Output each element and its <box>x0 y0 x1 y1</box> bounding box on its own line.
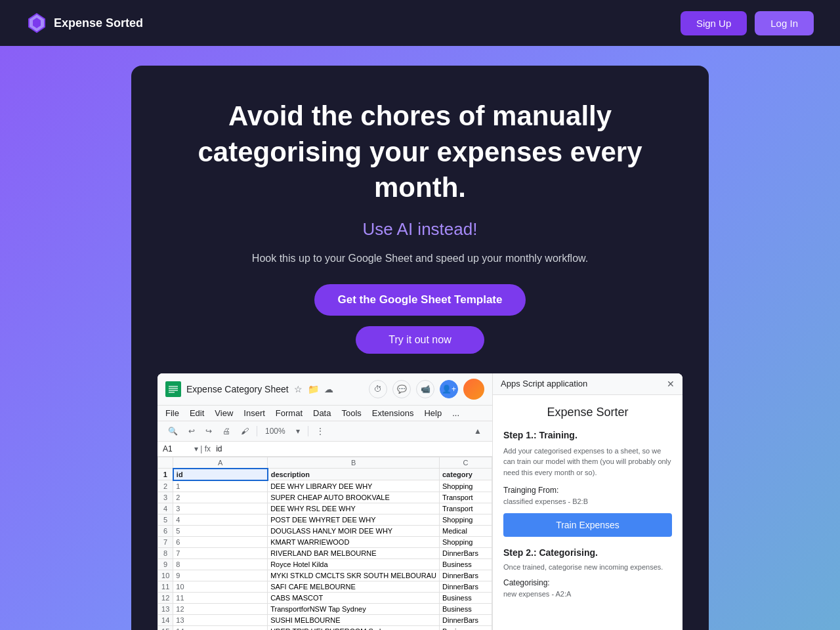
cell-id: 3 <box>173 503 268 514</box>
formula-content[interactable]: id <box>216 444 222 453</box>
history-icon[interactable]: ⏱ <box>369 380 387 398</box>
user-avatar[interactable] <box>463 379 484 400</box>
cell-category: DinnerBars <box>440 570 492 581</box>
menu-tools[interactable]: Tools <box>341 408 361 418</box>
svg-rect-6 <box>169 392 175 393</box>
close-panel-icon[interactable]: ✕ <box>667 379 675 389</box>
format-paint-icon[interactable]: 🖌 <box>238 425 251 437</box>
col-header-c[interactable]: C <box>440 457 492 469</box>
header-cell-category: category <box>440 469 492 480</box>
collapse-toolbar-icon[interactable]: ▲ <box>471 425 484 437</box>
cell-description: SUSHI MELBOURNE <box>268 614 440 625</box>
menu-more[interactable]: ... <box>452 408 459 418</box>
menu-format[interactable]: Format <box>276 408 303 418</box>
sheet-title: Expense Category Sheet <box>186 384 289 394</box>
sheet-title-row: Expense Category Sheet ☆ 📁 ☁ <box>165 381 333 397</box>
row-num-header <box>158 457 173 469</box>
cell-category: Shopping <box>440 480 492 492</box>
folder-icon[interactable]: 📁 <box>308 384 319 394</box>
star-icon[interactable]: ☆ <box>294 384 303 394</box>
train-expenses-button[interactable]: Train Expenses <box>503 513 672 537</box>
table-row: 1110SAFI CAFE MELBOURNEDinnerBars <box>158 581 492 592</box>
cell-category: Transport <box>440 503 492 514</box>
cell-category: Shopping <box>440 514 492 525</box>
sorter-title: Expense Sorter <box>503 406 672 419</box>
sheets-logo-icon <box>165 381 181 397</box>
table-row: 21DEE WHY LIBRARY DEE WHYShopping <box>158 480 492 492</box>
login-button[interactable]: Log In <box>755 11 814 35</box>
sheet-panel: Expense Category Sheet ☆ 📁 ☁ ⏱ 💬 📹 👤+ <box>158 373 492 630</box>
more-toolbar-icon[interactable]: ⋮ <box>314 425 327 437</box>
menu-file[interactable]: File <box>165 408 179 418</box>
try-it-out-button[interactable]: Try it out now <box>356 326 484 354</box>
zoom-level[interactable]: 100% <box>262 425 288 437</box>
table-row: 76KMART WARRIEWOODShopping <box>158 536 492 547</box>
add-people-icon[interactable]: 👤+ <box>440 380 458 398</box>
table-row: 54POST DEE WHYRET DEE WHYShopping <box>158 514 492 525</box>
training-from-value: classified expenses - B2:B <box>503 497 672 505</box>
cell-description: DEE WHY RSL DEE WHY <box>268 503 440 514</box>
step2-title: Step 2.: Categorising. <box>503 547 672 558</box>
table-row: 32SUPER CHEAP AUTO BROOKVALETransport <box>158 492 492 503</box>
cell-category: DinnerBars <box>440 581 492 592</box>
cell-description: SAFI CAFE MELBOURNE <box>268 581 440 592</box>
cell-description: CABS MASCOT <box>268 592 440 603</box>
cell-id: 1 <box>173 480 268 492</box>
col-header-a[interactable]: A <box>173 457 268 469</box>
svg-rect-2 <box>165 381 181 397</box>
hero-description: Hook this up to your Google Sheet and sp… <box>158 253 682 264</box>
cell-id: 7 <box>173 547 268 558</box>
signup-button[interactable]: Sign Up <box>681 11 747 35</box>
cell-reference[interactable]: A1 <box>163 444 189 453</box>
cell-id: 12 <box>173 603 268 614</box>
menu-help[interactable]: Help <box>424 408 442 418</box>
cell-id: 4 <box>173 514 268 525</box>
apps-script-header: Apps Script application ✕ <box>493 373 682 395</box>
header-cell-id: id <box>173 469 268 480</box>
svg-rect-3 <box>169 386 178 387</box>
undo-icon[interactable]: ↩ <box>186 425 198 437</box>
cell-id: 5 <box>173 525 268 536</box>
menu-extensions[interactable]: Extensions <box>372 408 414 418</box>
zoom-dropdown-icon[interactable]: ▾ <box>293 425 303 437</box>
cell-id: 14 <box>173 625 268 630</box>
get-template-button[interactable]: Get the Google Sheet Template <box>314 284 526 316</box>
main-content: Avoid the chores of manually categorisin… <box>0 46 840 630</box>
redo-icon[interactable]: ↪ <box>203 425 215 437</box>
col-header-b[interactable]: B <box>268 457 440 469</box>
cell-description: UBER TRIP HELPUBERCOM Sydney <box>268 625 440 630</box>
table-row: 87RIVERLAND BAR MELBOURNEDinnerBars <box>158 547 492 558</box>
svg-rect-4 <box>169 388 178 389</box>
search-toolbar-icon[interactable]: 🔍 <box>165 425 180 437</box>
cell-id: 9 <box>173 570 268 581</box>
cell-category: Business <box>440 592 492 603</box>
training-from-label: Trainging From: <box>503 486 672 495</box>
menu-view[interactable]: View <box>215 408 233 418</box>
comments-icon[interactable]: 💬 <box>392 380 411 398</box>
apps-script-panel: Apps Script application ✕ Expense Sorter… <box>492 373 682 630</box>
apps-script-body: Expense Sorter Step 1.: Training. Add yo… <box>493 395 682 630</box>
hero-subtitle: Use AI instead! <box>158 219 682 240</box>
sheet-header: Expense Category Sheet ☆ 📁 ☁ ⏱ 💬 📹 👤+ <box>158 373 492 406</box>
navbar: Expense Sorted Sign Up Log In <box>0 0 840 46</box>
cell-category: DinnerBars <box>440 614 492 625</box>
cell-description: KMART WARRIEWOOD <box>268 536 440 547</box>
print-icon[interactable]: 🖨 <box>220 425 233 437</box>
table-row: 1312TransportforNSW Tap SydneyBusiness <box>158 603 492 614</box>
menu-data[interactable]: Data <box>313 408 331 418</box>
content-card: Avoid the chores of manually categorisin… <box>131 66 709 630</box>
cloud-icon[interactable]: ☁ <box>324 384 333 394</box>
menu-insert[interactable]: Insert <box>243 408 265 418</box>
cell-id: 13 <box>173 614 268 625</box>
brand-name: Expense Sorted <box>54 16 143 30</box>
cell-description: RIVERLAND BAR MELBOURNE <box>268 547 440 558</box>
hero-title: Avoid the chores of manually categorisin… <box>158 98 682 206</box>
cell-description: TransportforNSW Tap Sydney <box>268 603 440 614</box>
cell-category: Shopping <box>440 536 492 547</box>
header-cell-description: description <box>268 469 440 480</box>
sheet-menubar: File Edit View Insert Format Data Tools … <box>158 406 492 421</box>
formula-bar: A1 ▾ | fx id <box>158 442 492 457</box>
cell-category: Transport <box>440 492 492 503</box>
menu-edit[interactable]: Edit <box>190 408 204 418</box>
video-icon[interactable]: 📹 <box>416 380 434 398</box>
